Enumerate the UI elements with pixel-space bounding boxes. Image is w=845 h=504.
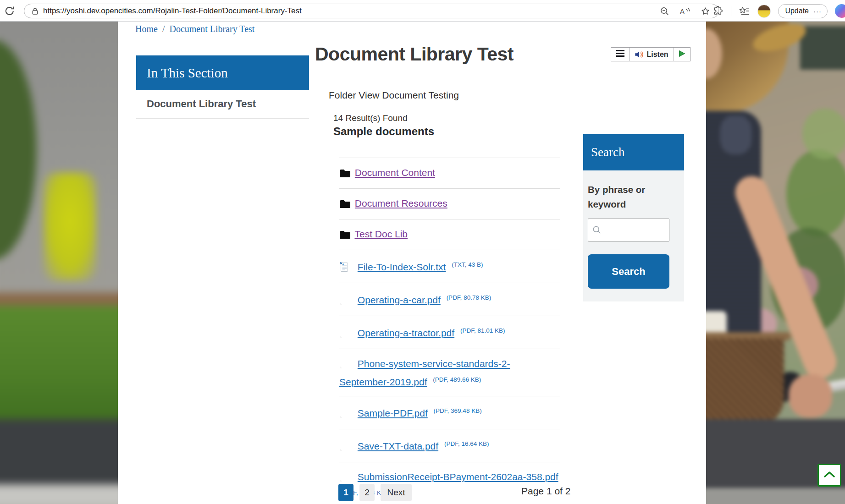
document-link[interactable]: Document Content — [355, 167, 435, 178]
sidebar-item-document-library-test[interactable]: Document Library Test — [136, 94, 309, 119]
toolbar-divider — [731, 6, 731, 16]
page-title: Document Library Test — [315, 44, 514, 65]
page-subtitle: Folder View Document Testing — [329, 90, 459, 101]
play-icon — [679, 50, 685, 59]
search-panel-title: Search — [591, 145, 624, 159]
reload-button[interactable] — [4, 4, 18, 18]
page-button-1[interactable]: 1 — [338, 484, 353, 501]
address-bar[interactable]: https://yoshi.dev.opencities.com/Rojalin… — [24, 4, 719, 18]
document-link[interactable]: SubmissionReceipt-BPayment-2602aa-358.pd… — [358, 471, 558, 482]
list-item: A Operating-a-tractor.pdf (PDF, 81.01 KB… — [339, 316, 560, 349]
search-panel: Search By phrase or keyword Search — [583, 134, 684, 301]
pdf-file-icon — [339, 358, 349, 373]
listen-button[interactable]: Listen — [630, 48, 674, 61]
file-size-meta: (PDF, 81.01 KB) — [460, 327, 505, 334]
pdf-file-icon — [339, 408, 349, 422]
listen-play-button[interactable] — [674, 48, 690, 61]
chevron-up-icon — [823, 471, 835, 479]
breadcrumb: Home/Document Library Test — [135, 24, 254, 34]
menu-icon — [616, 50, 624, 59]
breadcrumb-home-link[interactable]: Home — [135, 24, 158, 34]
document-link[interactable]: Operating-a-car.pdf — [358, 295, 441, 305]
lock-icon[interactable] — [32, 7, 39, 16]
document-link[interactable]: Save-TXT-data.pdf — [358, 441, 438, 451]
list-item: A Document Resources — [339, 189, 560, 219]
folder-icon — [339, 167, 351, 181]
results-count: 14 Result(s) Found — [333, 113, 408, 123]
document-list: A Document Content A Document Resources … — [339, 158, 560, 504]
copilot-icon[interactable] — [835, 4, 845, 18]
favorites-list-icon[interactable] — [739, 6, 750, 16]
page-status: Page 1 of 2 — [521, 486, 570, 497]
page-button-2[interactable]: 2 — [359, 484, 375, 501]
speaker-icon — [635, 51, 644, 58]
pdf-file-icon — [339, 328, 349, 342]
list-item: A File-To-Index-Solr.txt (TXT, 43 B) — [339, 250, 560, 283]
list-item: A Document Content — [339, 158, 560, 189]
favorite-star-icon[interactable] — [701, 6, 710, 16]
read-aloud-icon[interactable]: A — [679, 6, 690, 16]
search-panel-body: By phrase or keyword Search — [583, 170, 684, 301]
document-link[interactable]: Phone-system-service-standards-2-Septemb… — [339, 358, 510, 387]
search-label: By phrase or keyword — [588, 182, 677, 212]
in-this-section-header: In This Section — [136, 55, 309, 90]
url-text: https://yoshi.dev.opencities.com/Rojalin… — [43, 6, 660, 16]
document-link[interactable]: Test Doc Lib — [354, 229, 408, 239]
browser-chrome: https://yoshi.dev.opencities.com/Rojalin… — [0, 0, 845, 22]
document-link[interactable]: Document Resources — [355, 198, 447, 208]
next-page-button[interactable]: Next — [381, 484, 412, 501]
file-size-meta: (PDF, 16.64 KB) — [444, 440, 489, 447]
list-item: A Sample-PDF.pdf (PDF, 369.48 KB) — [339, 396, 560, 429]
list-item: A Operating-a-car.pdf (PDF, 80.78 KB) — [339, 283, 560, 316]
pdf-file-icon — [339, 441, 349, 455]
file-size-meta: (PDF, 80.78 KB) — [447, 294, 492, 301]
section-box-title: In This Section — [147, 66, 228, 81]
search-icon — [592, 225, 602, 235]
document-section-title: Sample documents — [333, 125, 434, 138]
background-photo-left — [0, 22, 118, 504]
extensions-icon[interactable] — [712, 5, 723, 16]
breadcrumb-current-link[interactable]: Document Library Test — [169, 24, 254, 34]
update-button[interactable]: Update ··· — [778, 4, 828, 18]
listen-menu-button[interactable] — [611, 48, 630, 61]
file-size-meta: (PDF, 489.66 KB) — [433, 376, 481, 383]
svg-text:A: A — [680, 8, 685, 15]
txt-file-icon: A — [339, 262, 349, 276]
list-item: A Phone-system-service-standards-2-Septe… — [339, 349, 560, 396]
profile-avatar[interactable] — [757, 5, 771, 18]
more-options-icon[interactable]: ··· — [813, 7, 822, 15]
document-link[interactable]: Operating-a-tractor.pdf — [358, 328, 454, 338]
folder-icon — [339, 198, 351, 212]
pagination: 12Next — [338, 484, 412, 501]
document-link[interactable]: File-To-Index-Solr.txt — [358, 262, 446, 272]
background-photo-right — [706, 22, 845, 504]
list-item: A Save-TXT-data.pdf (PDF, 16.64 KB) — [339, 429, 560, 462]
reload-icon — [4, 5, 18, 17]
document-link[interactable]: Sample-PDF.pdf — [358, 408, 428, 418]
search-button[interactable]: Search — [588, 254, 669, 289]
listen-label: Listen — [646, 50, 668, 59]
scroll-to-top-button[interactable] — [817, 464, 841, 487]
list-item: A Test Doc Lib — [339, 219, 560, 250]
pdf-file-icon — [339, 295, 349, 309]
file-size-meta: (PDF, 369.48 KB) — [434, 407, 482, 414]
folder-icon — [339, 229, 351, 243]
file-size-meta: (TXT, 43 B) — [452, 261, 483, 268]
breadcrumb-separator: / — [162, 24, 165, 34]
zoom-out-icon[interactable] — [660, 6, 669, 16]
svg-text:A: A — [342, 263, 344, 266]
listen-widget: Listen — [611, 47, 690, 61]
search-panel-header: Search — [583, 134, 684, 170]
